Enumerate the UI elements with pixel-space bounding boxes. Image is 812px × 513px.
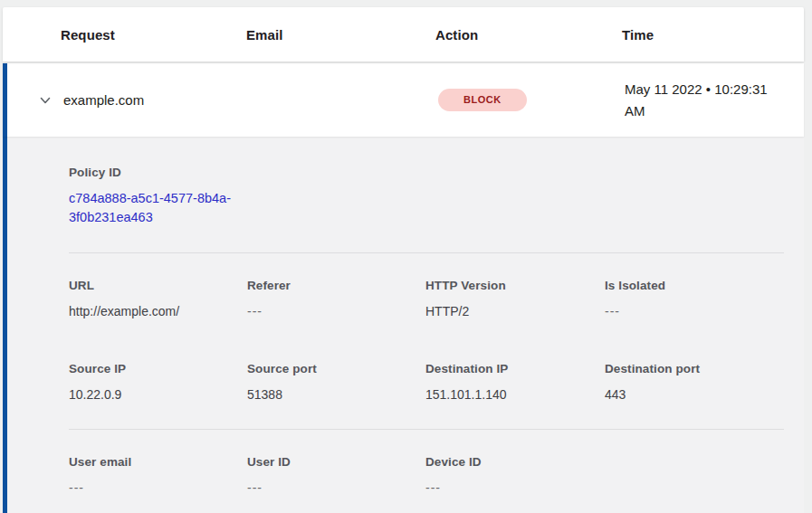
- column-header-time: Time: [622, 27, 804, 43]
- log-detail-page: Request Email Action Time example.com BL…: [0, 0, 812, 513]
- field-value: ---: [247, 302, 425, 320]
- field-value: 443: [605, 385, 784, 404]
- field-value: ---: [605, 302, 784, 320]
- row-detail-panel: Policy ID c784a888-a5c1-4577-8b4a-3f0b23…: [3, 137, 804, 513]
- user-details-grid: User email --- User ID --- Device ID ---: [69, 430, 784, 497]
- field-label: User email: [69, 455, 247, 469]
- field-referer: Referer ---: [247, 279, 425, 320]
- field-device-id: Device ID ---: [425, 455, 605, 497]
- field-value: 10.22.0.9: [69, 385, 247, 404]
- request-details-grid: URL http://example.com/ Referer --- HTTP…: [69, 253, 784, 404]
- grid-spacer: [605, 455, 784, 497]
- field-value: 51388: [247, 385, 425, 404]
- field-label: HTTP Version: [425, 279, 605, 292]
- status-badge-block: BLOCK: [438, 89, 527, 111]
- field-value: c784a888-a5c1-4577-8b4a-3f0b231ea463: [69, 189, 247, 227]
- field-destination-ip: Destination IP 151.101.1.140: [425, 362, 605, 404]
- field-value: HTTP/2: [425, 302, 605, 320]
- field-user-id: User ID ---: [247, 455, 425, 497]
- field-user-email: User email ---: [69, 455, 247, 497]
- field-label: Source IP: [69, 362, 247, 375]
- field-destination-port: Destination port 443: [605, 362, 784, 404]
- field-label: URL: [69, 279, 247, 292]
- field-label: User ID: [247, 455, 425, 469]
- row-request-cell: example.com: [63, 92, 249, 108]
- field-label: Destination port: [605, 362, 784, 375]
- row-action-cell: BLOCK: [438, 89, 625, 111]
- field-is-isolated: Is Isolated ---: [605, 279, 784, 320]
- chevron-down-icon[interactable]: [38, 93, 53, 108]
- field-source-port: Source port 51388: [247, 362, 425, 404]
- field-value: http://example.com/: [69, 302, 247, 320]
- field-label: Policy ID: [69, 166, 247, 179]
- row-time-cell: May 11 2022 • 10:29:31 AM: [625, 79, 789, 122]
- field-value: ---: [69, 479, 247, 497]
- field-value: 151.101.1.140: [425, 385, 605, 404]
- column-header-action: Action: [435, 27, 622, 43]
- field-label: Device ID: [425, 455, 605, 469]
- field-url: URL http://example.com/: [69, 279, 247, 320]
- field-value: ---: [425, 479, 605, 497]
- field-label: Is Isolated: [605, 279, 784, 292]
- policy-id-link[interactable]: c784a888-a5c1-4577-8b4a-3f0b231ea463: [69, 191, 231, 224]
- field-label: Source port: [247, 362, 425, 375]
- table-header-row: Request Email Action Time: [3, 7, 804, 62]
- column-header-request: Request: [61, 27, 246, 43]
- field-label: Destination IP: [425, 362, 605, 375]
- field-policy-id: Policy ID c784a888-a5c1-4577-8b4a-3f0b23…: [69, 166, 247, 227]
- field-value: ---: [247, 479, 425, 497]
- table-row[interactable]: example.com BLOCK May 11 2022 • 10:29:31…: [3, 63, 804, 137]
- column-header-email: Email: [246, 27, 435, 43]
- field-label: Referer: [247, 279, 425, 292]
- field-http-version: HTTP Version HTTP/2: [425, 279, 605, 320]
- field-source-ip: Source IP 10.22.0.9: [69, 362, 247, 404]
